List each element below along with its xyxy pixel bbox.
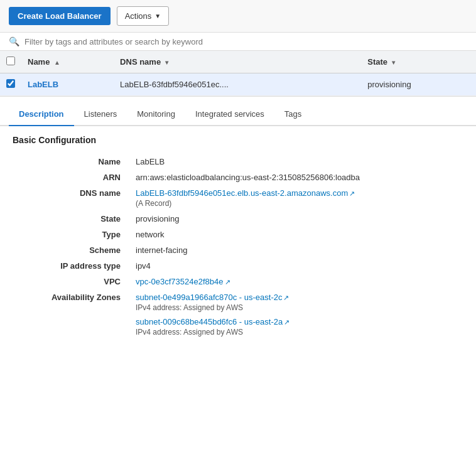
actions-button[interactable]: Actions ▼ bbox=[117, 6, 170, 26]
table-header: Name ▲ DNS name ▾ State ▾ bbox=[0, 51, 476, 73]
external-link-icon: ↗ bbox=[349, 190, 355, 198]
description-section: Basic Configuration NameLabELBARNarn:aws… bbox=[0, 126, 476, 353]
detail-value: internet-facing bbox=[126, 242, 463, 258]
detail-row: Typenetwork bbox=[13, 227, 463, 242]
tab-monitoring[interactable]: Monitoring bbox=[127, 103, 185, 126]
row-state: provisioning bbox=[361, 73, 476, 96]
section-title: Basic Configuration bbox=[13, 135, 463, 145]
detail-row: ARNarn:aws:elasticloadbalancing:us-east-… bbox=[13, 170, 463, 185]
detail-row: Schemeinternet-facing bbox=[13, 242, 463, 258]
create-load-balancer-button[interactable]: Create Load Balancer bbox=[9, 7, 111, 25]
detail-key: Availability Zones bbox=[13, 289, 126, 345]
external-link-icon: ↗ bbox=[225, 278, 230, 286]
detail-table: NameLabELBARNarn:aws:elasticloadbalancin… bbox=[13, 154, 463, 345]
detail-key: VPC bbox=[13, 274, 126, 289]
row-checkbox[interactable] bbox=[6, 79, 15, 88]
detail-key: DNS name bbox=[13, 185, 126, 211]
detail-value: ipv4 bbox=[126, 258, 463, 274]
detail-key: State bbox=[13, 211, 126, 227]
table-row[interactable]: LabELB LabELB-63fdbf5946e051ec.... provi… bbox=[0, 73, 476, 96]
row-dns-name: LabELB-63fdbf5946e051ec.... bbox=[114, 73, 361, 96]
chevron-down-icon: ▼ bbox=[154, 13, 161, 19]
row-name: LabELB bbox=[21, 73, 114, 96]
toolbar: Create Load Balancer Actions ▼ bbox=[0, 0, 476, 33]
detail-value: subnet-0e499a1966afc870c - us-east-2c ↗I… bbox=[126, 289, 463, 345]
row-checkbox-col bbox=[0, 73, 21, 96]
search-bar: 🔍 bbox=[0, 33, 476, 51]
detail-sub-text: (A Record) bbox=[136, 199, 458, 208]
external-link-icon: ↗ bbox=[283, 294, 289, 302]
dns-sort-icon: ▾ bbox=[165, 59, 168, 66]
az-sub-text: IPv4 address: Assigned by AWS bbox=[136, 328, 458, 337]
col-dns-name[interactable]: DNS name ▾ bbox=[114, 51, 361, 73]
detail-row: IP address typeipv4 bbox=[13, 258, 463, 274]
tab-integrated-services[interactable]: Integrated services bbox=[185, 103, 274, 126]
select-all-checkbox[interactable] bbox=[6, 57, 15, 65]
load-balancer-table: Name ▲ DNS name ▾ State ▾ LabELB LabELB-… bbox=[0, 51, 476, 97]
col-name[interactable]: Name ▲ bbox=[21, 51, 114, 73]
az-link[interactable]: subnet-009c68be445bd6fc6 - us-east-2a bbox=[136, 317, 283, 326]
detail-value: provisioning bbox=[126, 211, 463, 227]
detail-row: Stateprovisioning bbox=[13, 211, 463, 227]
detail-value: LabELB-63fdbf5946e051ec.elb.us-east-2.am… bbox=[126, 185, 463, 211]
detail-key: ARN bbox=[13, 170, 126, 185]
detail-value: LabELB bbox=[126, 154, 463, 170]
external-link-icon: ↗ bbox=[284, 318, 289, 326]
detail-row: DNS nameLabELB-63fdbf5946e051ec.elb.us-e… bbox=[13, 185, 463, 211]
detail-row: Availability Zonessubnet-0e499a1966afc87… bbox=[13, 289, 463, 345]
detail-row: NameLabELB bbox=[13, 154, 463, 170]
detail-key: Scheme bbox=[13, 242, 126, 258]
tab-tags[interactable]: Tags bbox=[274, 103, 311, 126]
detail-link[interactable]: LabELB-63fdbf5946e051ec.elb.us-east-2.am… bbox=[136, 188, 348, 198]
search-icon: 🔍 bbox=[9, 36, 19, 46]
az-sub-text: IPv4 address: Assigned by AWS bbox=[136, 303, 458, 312]
state-sort-icon: ▾ bbox=[392, 59, 395, 66]
actions-label: Actions bbox=[125, 11, 152, 21]
detail-value: vpc-0e3cf73524e2f8b4e ↗ bbox=[126, 274, 463, 289]
select-all-col bbox=[0, 51, 21, 73]
tabs: DescriptionListenersMonitoringIntegrated… bbox=[0, 103, 476, 126]
detail-key: IP address type bbox=[13, 258, 126, 274]
az-group: subnet-009c68be445bd6fc6 - us-east-2a ↗I… bbox=[136, 317, 458, 337]
name-sort-icon: ▲ bbox=[54, 59, 60, 66]
detail-value: network bbox=[126, 227, 463, 242]
detail-value: arn:aws:elasticloadbalancing:us-east-2:3… bbox=[126, 170, 463, 185]
detail-link[interactable]: vpc-0e3cf73524e2f8b4e bbox=[136, 277, 224, 286]
detail-key: Name bbox=[13, 154, 126, 170]
az-group: subnet-0e499a1966afc870c - us-east-2c ↗I… bbox=[136, 293, 458, 312]
search-input[interactable] bbox=[24, 37, 467, 46]
tab-description[interactable]: Description bbox=[9, 103, 74, 126]
az-link[interactable]: subnet-0e499a1966afc870c - us-east-2c bbox=[136, 293, 282, 302]
tab-listeners[interactable]: Listeners bbox=[74, 103, 127, 126]
col-state[interactable]: State ▾ bbox=[361, 51, 476, 73]
detail-row: VPCvpc-0e3cf73524e2f8b4e ↗ bbox=[13, 274, 463, 289]
detail-key: Type bbox=[13, 227, 126, 242]
